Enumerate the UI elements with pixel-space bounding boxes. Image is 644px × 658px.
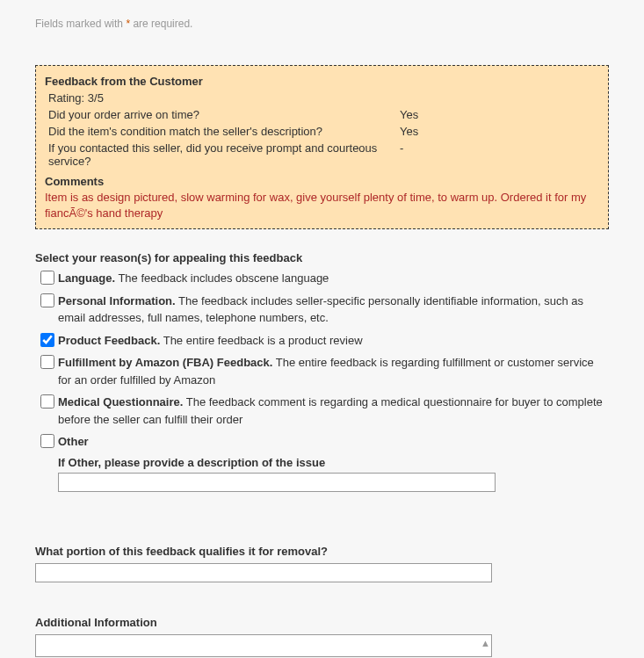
reason-checkbox-product-feedback[interactable] xyxy=(40,333,54,347)
qa-row: If you contacted this seller, did you re… xyxy=(48,141,599,168)
reason-option-medical: Medical Questionnaire. The feedback comm… xyxy=(40,394,609,428)
reason-checkbox-fba-feedback[interactable] xyxy=(40,355,54,369)
feedback-heading: Feedback from the Customer xyxy=(45,75,599,88)
reason-text: Product Feedback. The entire feedback is… xyxy=(58,332,609,350)
reason-checkbox-language[interactable] xyxy=(40,271,54,285)
portion-label: What portion of this feedback qualifies … xyxy=(35,545,609,558)
reason-checkbox-medical[interactable] xyxy=(40,394,54,409)
reason-text: Personal Information. The feedback inclu… xyxy=(58,293,609,327)
reason-text: Language. The feedback includes obscene … xyxy=(58,270,609,287)
feedback-appeal-form: Fields marked with * are required. Feedb… xyxy=(0,0,644,658)
rating-label: Rating: xyxy=(48,91,88,105)
qa-question: Did the item's condition match the selle… xyxy=(48,125,400,138)
reason-lead: Personal Information. xyxy=(58,294,176,307)
required-prefix: Fields marked with xyxy=(35,18,126,30)
reason-option-language: Language. The feedback includes obscene … xyxy=(40,270,609,287)
reason-option-fba-feedback: Fulfillment by Amazon (FBA) Feedback. Th… xyxy=(40,354,609,388)
reason-lead: Product Feedback. xyxy=(58,334,160,347)
reason-desc: The entire feedback is a product review xyxy=(160,334,362,347)
reason-lead: Medical Questionnaire. xyxy=(58,395,183,409)
reasons-title: Select your reason(s) for appealing this… xyxy=(35,251,609,264)
additional-info-label: Additional Information xyxy=(35,616,609,629)
other-description-input[interactable] xyxy=(58,473,496,492)
qa-question: Did your order arrive on time? xyxy=(48,108,400,121)
other-input-wrap xyxy=(58,473,609,492)
comments-body: Item is as design pictured, slow warming… xyxy=(45,190,599,221)
additional-info-textarea[interactable] xyxy=(35,634,492,657)
reason-option-product-feedback: Product Feedback. The entire feedback is… xyxy=(40,332,609,350)
feedback-rating: Rating: 3/5 xyxy=(48,91,599,105)
reason-checkbox-personal-info[interactable] xyxy=(40,293,54,307)
portion-input[interactable] xyxy=(35,563,492,582)
reason-lead: Language. xyxy=(58,271,115,285)
customer-feedback-box: Feedback from the Customer Rating: 3/5 D… xyxy=(35,65,609,229)
reason-text: Medical Questionnaire. The feedback comm… xyxy=(58,394,609,428)
reason-lead: Fulfillment by Amazon (FBA) Feedback. xyxy=(58,356,272,369)
reason-text: Other xyxy=(58,433,609,451)
additional-textarea-wrap: ▲ xyxy=(35,634,492,658)
qa-row: Did the item's condition match the selle… xyxy=(48,125,599,138)
qa-answer: Yes xyxy=(400,125,418,138)
qa-answer: - xyxy=(400,141,403,168)
reason-option-other: Other xyxy=(40,433,609,451)
qa-row: Did your order arrive on time? Yes xyxy=(48,108,599,121)
required-suffix: are required. xyxy=(130,18,192,30)
reason-lead: Other xyxy=(58,435,89,448)
reason-option-personal-info: Personal Information. The feedback inclu… xyxy=(40,293,609,327)
required-fields-note: Fields marked with * are required. xyxy=(35,18,609,30)
qa-answer: Yes xyxy=(400,108,418,121)
reason-text: Fulfillment by Amazon (FBA) Feedback. Th… xyxy=(58,354,609,388)
reason-checkbox-other[interactable] xyxy=(40,434,54,448)
reason-desc: The feedback includes obscene language xyxy=(115,271,329,285)
qa-question: If you contacted this seller, did you re… xyxy=(48,141,400,168)
other-description-label: If Other, please provide a description o… xyxy=(58,456,609,469)
rating-value: 3/5 xyxy=(88,91,104,105)
comments-heading: Comments xyxy=(45,175,599,188)
